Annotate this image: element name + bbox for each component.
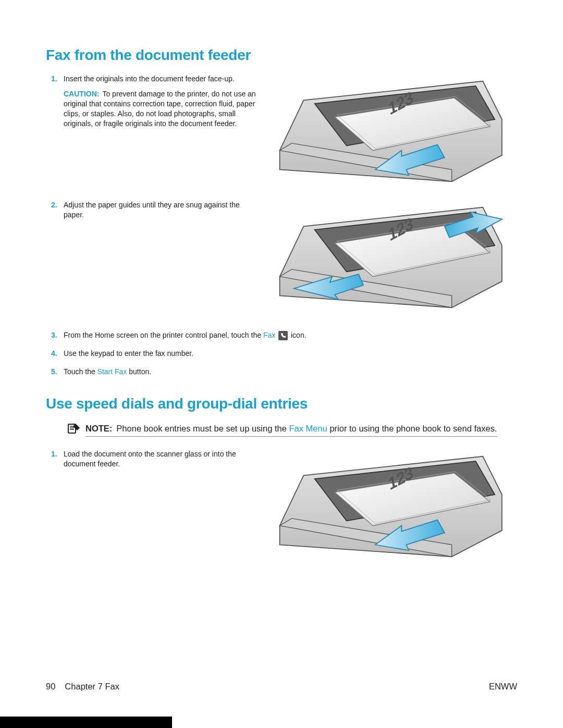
illustration-feeder-guides: 123 [267, 200, 517, 315]
illustration-feeder-insert: 123 [267, 74, 517, 189]
step-text: Insert the originals into the document f… [64, 75, 235, 83]
phone-icon [278, 331, 288, 340]
redaction-bar [0, 717, 172, 728]
start-fax-link: Start Fax [97, 367, 127, 376]
step-number: 3. [46, 330, 64, 340]
page-number: 90 [46, 682, 55, 692]
caution-label: CAUTION: [64, 90, 99, 98]
step-text: icon. [291, 331, 307, 339]
step-number: 1. [46, 74, 64, 84]
step-text: Adjust the paper guides until they are s… [64, 201, 240, 219]
section-title-1: Fax from the document feeder [46, 47, 517, 64]
note-text: Phone book entries must be set up using … [116, 424, 289, 433]
note-label: NOTE: [85, 424, 112, 433]
note-icon [67, 423, 80, 434]
step-text: Use the keypad to enter the fax number. [64, 349, 193, 357]
step-text: Touch the [64, 367, 97, 376]
page-footer: 90 Chapter 7 Fax ENWW [46, 682, 517, 692]
chapter-label: Chapter 7 Fax [65, 682, 119, 692]
illustration-feeder-load: 123 [267, 449, 517, 564]
step-number: 1. [46, 449, 64, 459]
section-title-2: Use speed dials and group-dial entries [46, 396, 517, 412]
step-text: From the Home screen on the printer cont… [64, 331, 263, 339]
step-number: 5. [46, 367, 64, 377]
step-text: Load the document onto the scanner glass… [64, 450, 236, 468]
footer-right: ENWW [489, 682, 517, 692]
fax-menu-link: Fax Menu [289, 424, 327, 433]
step-number: 4. [46, 349, 64, 359]
step-text: button. [127, 367, 151, 376]
step-number: 2. [46, 200, 64, 210]
note-text: prior to using the phone book to send fa… [327, 424, 497, 433]
fax-link: Fax [263, 331, 275, 339]
